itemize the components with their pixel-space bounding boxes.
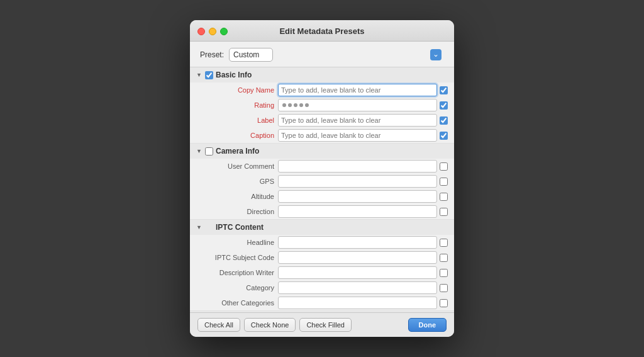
- traffic-lights: [197, 28, 228, 35]
- field-row-altitude: Altitude: [190, 189, 454, 204]
- direction-input[interactable]: [278, 205, 437, 218]
- dialog-title: Edit Metadata Presets: [279, 26, 364, 36]
- preset-label: Preset:: [200, 50, 224, 59]
- copy-name-checkbox[interactable]: [440, 86, 448, 94]
- user-comment-checkbox[interactable]: [440, 162, 448, 171]
- section-camera-info-triangle: ▼: [196, 148, 203, 154]
- rating-dot-1: [282, 103, 286, 107]
- check-filled-button[interactable]: Check Filled: [299, 318, 352, 332]
- altitude-input[interactable]: [278, 190, 437, 203]
- headline-input[interactable]: [278, 236, 437, 249]
- caption-input[interactable]: [278, 129, 437, 142]
- label-checkbox[interactable]: [440, 116, 448, 125]
- headline-checkbox[interactable]: [440, 239, 448, 247]
- rating-label: Rating: [196, 101, 278, 109]
- rating-checkbox[interactable]: [440, 101, 448, 110]
- maximize-button[interactable]: [220, 28, 228, 35]
- close-button[interactable]: [197, 28, 205, 35]
- copy-name-input[interactable]: [278, 84, 437, 96]
- user-comment-label: User Comment: [196, 162, 278, 170]
- field-row-description-writer: Description Writer: [190, 265, 454, 280]
- category-label: Category: [196, 284, 278, 292]
- headline-label: Headline: [196, 239, 278, 246]
- description-writer-checkbox[interactable]: [440, 269, 448, 277]
- dialog-content: Preset: Custom ▼ Basic Info Copy Name: [190, 42, 454, 337]
- section-iptc-content-triangle: ▼: [196, 224, 203, 230]
- section-camera-info-checkbox[interactable]: [205, 147, 213, 156]
- preset-wrapper: Custom: [229, 48, 444, 62]
- description-writer-label: Description Writer: [196, 269, 278, 276]
- field-row-user-comment: User Comment: [190, 159, 454, 174]
- preset-dropdown-arrow: [430, 49, 441, 60]
- user-comment-input[interactable]: [278, 160, 437, 173]
- section-basic-info-triangle: ▼: [196, 72, 203, 78]
- label-input[interactable]: [278, 114, 437, 127]
- field-row-gps: GPS: [190, 174, 454, 189]
- section-iptc-content: ▼ IPTC Content Headline IPTC Subject Cod…: [190, 220, 454, 311]
- section-camera-info-title: Camera Info: [216, 147, 259, 156]
- check-all-button[interactable]: Check All: [197, 318, 240, 332]
- minimize-button[interactable]: [209, 28, 216, 35]
- iptc-subject-code-checkbox[interactable]: [440, 254, 448, 262]
- scroll-area[interactable]: ▼ Basic Info Copy Name Rating: [190, 67, 454, 312]
- field-row-copy-name: Copy Name: [190, 82, 454, 98]
- section-basic-info: ▼ Basic Info Copy Name Rating: [190, 67, 454, 144]
- field-row-caption: Caption: [190, 128, 454, 143]
- altitude-checkbox[interactable]: [440, 193, 448, 201]
- category-checkbox[interactable]: [440, 284, 448, 292]
- preset-select[interactable]: Custom: [229, 48, 273, 62]
- gps-label: GPS: [196, 178, 278, 185]
- section-basic-info-title: Basic Info: [216, 71, 252, 79]
- field-row-label: Label: [190, 113, 454, 128]
- section-camera-info-header[interactable]: ▼ Camera Info: [190, 144, 454, 159]
- iptc-subject-code-input[interactable]: [278, 251, 437, 264]
- check-none-button[interactable]: Check None: [244, 318, 296, 332]
- rating-dot-4: [299, 103, 303, 107]
- section-iptc-content-header[interactable]: ▼ IPTC Content: [190, 220, 454, 235]
- field-row-rating: Rating: [190, 98, 454, 113]
- field-row-headline: Headline: [190, 235, 454, 250]
- dialog-footer: Check All Check None Check Filled Done: [190, 312, 454, 337]
- field-row-direction: Direction: [190, 204, 454, 219]
- section-basic-info-header[interactable]: ▼ Basic Info: [190, 67, 454, 82]
- direction-checkbox[interactable]: [440, 208, 448, 216]
- gps-input[interactable]: [278, 175, 437, 188]
- direction-label: Direction: [196, 208, 278, 215]
- label-label: Label: [196, 116, 278, 124]
- altitude-label: Altitude: [196, 193, 278, 200]
- rating-dots[interactable]: [278, 99, 437, 111]
- rating-dot-3: [294, 103, 297, 107]
- section-basic-info-checkbox[interactable]: [205, 71, 213, 79]
- caption-checkbox[interactable]: [440, 132, 448, 140]
- category-input[interactable]: [278, 281, 437, 294]
- iptc-subject-code-label: IPTC Subject Code: [196, 254, 278, 261]
- field-row-iptc-subject-code: IPTC Subject Code: [190, 250, 454, 265]
- preset-row: Preset: Custom: [190, 48, 454, 67]
- rating-dot-5: [305, 103, 309, 107]
- field-row-category: Category: [190, 280, 454, 295]
- description-writer-input[interactable]: [278, 266, 437, 279]
- titlebar: Edit Metadata Presets: [190, 20, 454, 42]
- edit-metadata-dialog: Edit Metadata Presets Preset: Custom ▼ B…: [190, 20, 454, 337]
- other-categories-input[interactable]: [278, 297, 437, 309]
- section-camera-info: ▼ Camera Info User Comment GPS Altitude: [190, 144, 454, 220]
- other-categories-checkbox[interactable]: [440, 299, 448, 307]
- caption-label: Caption: [196, 132, 278, 139]
- rating-dot-2: [288, 103, 292, 107]
- copy-name-label: Copy Name: [196, 86, 278, 94]
- section-iptc-content-title: IPTC Content: [216, 223, 264, 232]
- done-button[interactable]: Done: [408, 318, 447, 332]
- field-row-other-categories: Other Categories: [190, 295, 454, 310]
- gps-checkbox[interactable]: [440, 178, 448, 186]
- other-categories-label: Other Categories: [196, 299, 278, 307]
